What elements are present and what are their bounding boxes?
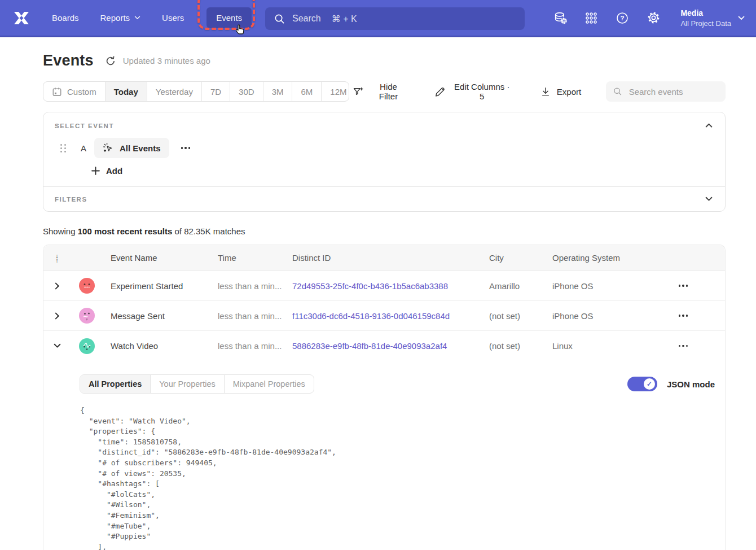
cell-time: less than a min... [218, 281, 292, 291]
global-search-placeholder: Search [292, 14, 321, 24]
apps-grid-icon[interactable] [584, 11, 599, 25]
chevron-right-icon [55, 312, 60, 320]
results-suffix: of 82.35K matches [172, 226, 245, 236]
add-event-button[interactable]: Add [88, 165, 126, 176]
table-toolbar: Hide Filter Edit Columns · 5 Export [349, 81, 726, 102]
settings-gear-icon[interactable] [646, 11, 661, 25]
date-range-7d[interactable]: 7D [202, 82, 230, 101]
nav-item-users[interactable]: Users [161, 8, 185, 28]
nav-items: Boards Reports Users Events [51, 7, 252, 28]
chevron-right-icon [55, 282, 60, 290]
cell-distinct-id[interactable]: 72d49553-25fc-4f0c-b436-1b5ac6ab3388 [292, 281, 489, 291]
search-events-box [606, 81, 726, 102]
mixpanel-logo[interactable] [12, 9, 30, 27]
event-selector-button[interactable]: All Events [94, 138, 169, 158]
title-row: Events Updated 3 minutes ago [43, 52, 726, 69]
json-mode-label: JSON mode [667, 379, 715, 389]
export-button[interactable]: Export [537, 86, 584, 98]
row-more-menu-icon[interactable] [676, 281, 691, 290]
table-row: Experiment Started less than a min... 72… [43, 271, 725, 301]
results-summary: Showing 100 most recent results of 82.35… [43, 226, 726, 236]
chevron-down-icon [134, 16, 140, 20]
nav-item-events[interactable]: Events [206, 7, 252, 28]
updated-text: Updated 3 minutes ago [123, 56, 210, 66]
row-more-menu-icon[interactable] [676, 342, 691, 351]
date-range-3m[interactable]: 3M [263, 82, 293, 101]
date-range-6m[interactable]: 6M [292, 82, 322, 101]
event-query-row: A All Events [55, 138, 714, 158]
date-range-yesterday[interactable]: Yesterday [147, 82, 202, 101]
expand-row-button[interactable] [52, 280, 62, 292]
expand-filters-button[interactable] [704, 195, 714, 203]
cell-os: iPhone OS [552, 311, 669, 321]
cell-event-name: Watch Video [103, 341, 218, 351]
cell-distinct-id[interactable]: f11c30d6-dc6d-4518-9136-0d046159c84d [292, 311, 489, 321]
page-title: Events [43, 52, 94, 69]
controls-row: Custom Today Yesterday 7D 30D 3M 6M 12M … [43, 81, 726, 102]
event-json-view: { "event": "Watch Video", "properties": … [80, 405, 715, 550]
date-range-custom[interactable]: Custom [43, 82, 106, 101]
date-range-30d[interactable]: 30D [230, 82, 263, 101]
help-icon[interactable]: ? [615, 11, 630, 25]
tab-all-properties[interactable]: All Properties [80, 375, 151, 393]
cell-event-name: Message Sent [103, 311, 218, 321]
download-icon [540, 86, 551, 97]
toggle-knob-check-icon: ✓ [644, 378, 655, 390]
nav-item-reports[interactable]: Reports [99, 8, 142, 28]
search-icon [274, 14, 285, 24]
expand-row-button[interactable] [52, 310, 62, 322]
column-header-os[interactable]: Operating System [552, 253, 669, 263]
column-header-distinct-id[interactable]: Distinct ID [292, 253, 489, 263]
select-event-label: SELECT EVENT [55, 123, 114, 129]
search-events-input[interactable] [628, 86, 718, 97]
cell-time: less than a min... [218, 341, 292, 351]
date-range-12m[interactable]: 12M [322, 82, 349, 101]
edit-columns-button[interactable]: Edit Columns · 5 [432, 81, 515, 102]
global-search-shortcut: ⌘ + K [332, 14, 357, 24]
properties-tabs: All Properties Your Properties Mixpanel … [80, 374, 314, 394]
results-prefix: Showing [43, 226, 78, 236]
collapse-row-button[interactable] [51, 341, 63, 351]
date-range-today[interactable]: Today [106, 82, 147, 101]
cell-distinct-id[interactable]: 5886283e-e9fb-48fb-81de-40e9093a2af4 [292, 341, 489, 351]
drag-handle[interactable] [60, 144, 67, 152]
collapse-section-button[interactable] [704, 122, 714, 129]
events-table: ↓↑ Event Name Time Distinct ID City Oper… [43, 245, 726, 550]
add-event-label: Add [106, 166, 122, 176]
refresh-icon [105, 55, 116, 67]
column-header-time[interactable]: Time [218, 253, 292, 263]
sort-icon[interactable]: ↓↑ [55, 254, 59, 263]
nav-item-boards[interactable]: Boards [51, 8, 80, 28]
table-row: Message Sent less than a min... f11c30d6… [43, 301, 725, 331]
project-selector[interactable]: Media All Project Data [680, 8, 745, 28]
tab-mixpanel-properties[interactable]: Mixpanel Properties [225, 375, 314, 393]
plus-icon [91, 167, 100, 175]
nav-events-wrap: Events [206, 7, 252, 28]
event-more-menu-icon[interactable] [179, 143, 193, 152]
tab-your-properties[interactable]: Your Properties [151, 375, 224, 393]
filters-section[interactable]: FILTERS [43, 187, 725, 211]
magic-cursor-icon [103, 142, 114, 154]
hide-filter-button[interactable]: Hide Filter [349, 81, 410, 102]
json-mode-toggle[interactable]: ✓ [627, 377, 657, 391]
navbar-right: ? Media All Project Data [553, 8, 745, 28]
event-avatar [79, 338, 95, 354]
svg-text:?: ? [621, 15, 625, 21]
pencil-icon [435, 86, 445, 97]
select-event-section: SELECT EVENT A [43, 112, 725, 186]
table-header-row: ↓↑ Event Name Time Distinct ID City Oper… [43, 245, 725, 271]
global-search-input[interactable]: Search ⌘ + K [265, 7, 525, 30]
refresh-button[interactable] [105, 55, 116, 67]
column-header-city[interactable]: City [489, 253, 552, 263]
cell-time: less than a min... [218, 311, 292, 321]
cell-city: Amarillo [489, 281, 552, 291]
table-row-expanded: Watch Video less than a min... 5886283e-… [43, 331, 725, 361]
cell-os: Linux [552, 341, 669, 351]
edit-columns-label: Edit Columns · 5 [452, 82, 512, 101]
project-name: Media [680, 8, 731, 19]
data-management-icon[interactable] [553, 11, 568, 25]
chevron-down-icon [54, 343, 61, 348]
column-header-event-name[interactable]: Event Name [103, 253, 218, 263]
event-avatar [79, 308, 95, 324]
row-more-menu-icon[interactable] [676, 311, 691, 320]
